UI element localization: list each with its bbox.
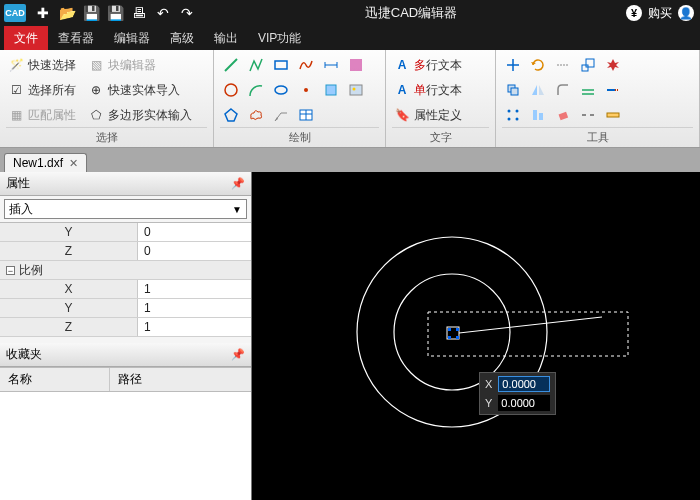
align-icon[interactable] [527,104,549,126]
prop-row[interactable]: X1 [0,280,251,299]
image-icon[interactable] [345,79,367,101]
close-icon[interactable]: ✕ [69,157,78,170]
dimension-icon[interactable] [320,54,342,76]
measure-icon[interactable] [602,104,624,126]
hatch-icon[interactable] [345,54,367,76]
tab-editor[interactable]: 编辑器 [104,26,160,50]
svg-rect-20 [586,59,594,67]
rectangle-icon[interactable] [270,54,292,76]
tab-output[interactable]: 输出 [204,26,248,50]
col-name[interactable]: 名称 [0,368,110,391]
modify-tools [502,54,624,127]
mirror-icon[interactable] [527,79,549,101]
new-icon[interactable]: ✚ [34,4,52,22]
undo-icon[interactable]: ↶ [154,4,172,22]
user-icon[interactable]: 👤 [678,5,694,21]
svg-marker-23 [532,85,537,95]
spline-icon[interactable] [295,54,317,76]
tab-advanced[interactable]: 高级 [160,26,204,50]
stext-icon: A [394,82,410,98]
drawing-canvas[interactable]: X 0.0000 Y 0.0000 [252,172,700,500]
svg-rect-45 [456,336,459,339]
point-icon[interactable] [295,79,317,101]
currency-icon[interactable]: ¥ [626,5,642,21]
polygon-entity-input-button[interactable]: ⬠多边形实体输入 [86,104,194,126]
scale-icon[interactable] [577,54,599,76]
ribbon-group-tools: 工具 [496,50,700,147]
trim-icon[interactable] [552,54,574,76]
tab-vip[interactable]: VIP功能 [248,26,311,50]
document-tab[interactable]: New1.dxf ✕ [4,153,87,172]
svg-rect-33 [559,112,569,120]
properties-header: 属性 📌 [0,172,251,196]
arc-icon[interactable] [245,79,267,101]
collapse-icon[interactable]: − [6,266,15,275]
leader-icon[interactable] [270,104,292,126]
redo-icon[interactable]: ↷ [178,4,196,22]
polygon-icon: ⬠ [88,107,104,123]
circle-icon[interactable] [220,79,242,101]
select-all-icon: ☑ [8,82,24,98]
revcloud-icon[interactable] [245,104,267,126]
ellipse-icon[interactable] [270,79,292,101]
prop-row[interactable]: Y1 [0,299,251,318]
open-icon[interactable]: 📂 [58,4,76,22]
title-bar: CAD ✚ 📂 💾 💾 🖶 ↶ ↷ 迅捷CAD编辑器 ¥ 购买 👤 [0,0,700,26]
type-combo[interactable]: 插入 ▼ [4,199,247,219]
favorites-list[interactable] [0,392,251,500]
save-icon[interactable]: 💾 [82,4,100,22]
array-icon[interactable] [502,104,524,126]
prop-row[interactable]: Y0 [0,223,251,242]
svg-rect-9 [326,85,336,95]
polygon-draw-icon[interactable] [220,104,242,126]
move-icon[interactable] [502,54,524,76]
svg-rect-31 [533,110,537,120]
menu-tabs: 文件 查看器 编辑器 高级 输出 VIP功能 [0,26,700,50]
tab-viewer[interactable]: 查看器 [48,26,104,50]
table-icon[interactable] [295,104,317,126]
rotate-icon[interactable] [527,54,549,76]
block-icon: ▧ [88,57,104,73]
offset-icon[interactable] [577,79,599,101]
buy-link[interactable]: 购买 [648,5,672,22]
svg-marker-12 [225,109,237,121]
ribbon-group-text: A多行文本 A单行文本 🔖属性定义 文字 [386,50,496,147]
extend-icon[interactable] [602,79,624,101]
select-all-button[interactable]: ☑选择所有 [6,79,78,101]
prop-category-scale[interactable]: −比例 [0,261,251,280]
copy-icon[interactable] [502,79,524,101]
ribbon-group-select: 🪄快速选择 ☑选择所有 ▦匹配属性 ▧块编辑器 ⊕快速实体导入 ⬠多边形实体输入… [0,50,214,147]
pin-icon[interactable]: 📌 [231,348,245,361]
block-insert-icon[interactable] [320,79,342,101]
explode-icon[interactable] [602,54,624,76]
polyline-icon[interactable] [245,54,267,76]
stext-button[interactable]: A单行文本 [392,79,464,101]
prop-row[interactable]: Z0 [0,242,251,261]
import-icon: ⊕ [88,82,104,98]
saveas-icon[interactable]: 💾 [106,4,124,22]
coord-x-input[interactable]: 0.0000 [498,376,550,392]
coord-y-input[interactable]: 0.0000 [498,395,550,411]
attrdef-button[interactable]: 🔖属性定义 [392,104,464,126]
break-icon[interactable] [577,104,599,126]
fillet-icon[interactable] [552,79,574,101]
document-tabs: New1.dxf ✕ [0,148,700,172]
svg-rect-5 [350,59,362,71]
prop-row[interactable]: Z1 [0,318,251,337]
svg-rect-10 [350,85,362,95]
tab-file[interactable]: 文件 [4,26,48,50]
ribbon: 🪄快速选择 ☑选择所有 ▦匹配属性 ▧块编辑器 ⊕快速实体导入 ⬠多边形实体输入… [0,50,700,148]
pin-icon[interactable]: 📌 [231,177,245,190]
quick-select-button[interactable]: 🪄快速选择 [6,54,78,76]
svg-rect-40 [428,312,628,356]
mtext-button[interactable]: A多行文本 [392,54,464,76]
col-path[interactable]: 路径 [110,368,150,391]
print-icon[interactable]: 🖶 [130,4,148,22]
drawing-content [252,172,700,500]
line-icon[interactable] [220,54,242,76]
match-icon: ▦ [8,107,24,123]
quick-entity-import-button[interactable]: ⊕快速实体导入 [86,79,194,101]
draw-tools [220,54,367,127]
erase-icon[interactable] [552,104,574,126]
match-props-button: ▦匹配属性 [6,104,78,126]
